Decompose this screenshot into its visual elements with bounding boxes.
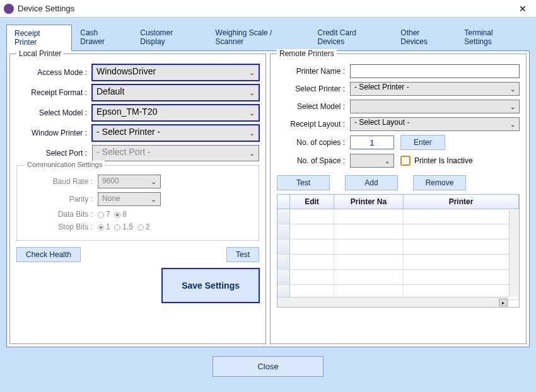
parity-label: Parity : xyxy=(22,195,98,204)
remote-select-printer-label: Select Printer : xyxy=(277,84,350,93)
tab-credit-card-devices[interactable]: Credit Card Devices xyxy=(310,24,393,50)
remote-select-printer-value: - Select Printer - xyxy=(354,83,409,91)
remove-button[interactable]: Remove xyxy=(413,175,466,190)
receipt-layout-label: Receipt Layout : xyxy=(277,120,350,129)
local-printer-legend: Local Printer xyxy=(16,49,64,58)
tab-receipt-printer[interactable]: Receipt Printer xyxy=(6,25,72,51)
check-health-button[interactable]: Check Health xyxy=(16,247,81,262)
data-bits-option-7[interactable]: 7 xyxy=(98,210,110,219)
baud-rate-label: Baud Rate : xyxy=(22,177,98,186)
window-printer-label: Window Printer : xyxy=(16,129,92,137)
tab-terminal-settings[interactable]: Terminal Settings xyxy=(456,24,530,50)
tab-weighing-scale[interactable]: Weighing Scale / Scanner xyxy=(207,24,310,50)
title-bar: Device Settings ✕ xyxy=(0,0,536,18)
select-port-label: Select Port : xyxy=(16,149,92,158)
receipt-format-label: Receipt Format : xyxy=(16,88,92,97)
tab-other-devices[interactable]: Other Devices xyxy=(392,24,456,50)
receipt-format-select[interactable]: Default ⌄ xyxy=(92,84,259,101)
remote-select-printer-select[interactable]: - Select Printer - ⌄ xyxy=(350,82,520,96)
window-printer-select[interactable]: - Select Printer - ⌄ xyxy=(92,125,259,141)
space-label: No. of Space : xyxy=(277,156,350,165)
chevron-down-icon: ⌄ xyxy=(510,121,515,128)
comm-legend: Communication Settings xyxy=(25,161,105,168)
select-port-value: - Select Port - xyxy=(96,147,151,157)
enter-button[interactable]: Enter xyxy=(400,135,445,150)
chevron-down-icon: ⌄ xyxy=(249,109,255,117)
chevron-down-icon: ⌄ xyxy=(249,69,255,77)
remote-select-model-select[interactable]: ⌄ xyxy=(350,100,520,113)
copies-label: No. of copies : xyxy=(277,138,350,147)
add-button[interactable]: Add xyxy=(345,175,398,190)
tab-cash-drawer[interactable]: Cash Drawer xyxy=(72,24,132,50)
grid-vertical-scrollbar[interactable] xyxy=(509,210,519,297)
parity-value: None xyxy=(102,194,120,203)
printer-name-label: Printer Name : xyxy=(277,67,350,76)
parity-select[interactable]: None ⌄ xyxy=(98,192,161,206)
chevron-down-icon: ⌄ xyxy=(510,86,515,93)
grid-header-printer-name[interactable]: Printer Na xyxy=(334,195,404,209)
select-model-label: Select Model : xyxy=(16,108,92,117)
select-port-select[interactable]: - Select Port - ⌄ xyxy=(92,145,259,161)
receipt-layout-select[interactable]: - Select Layout - ⌄ xyxy=(350,117,520,131)
stop-bits-label: Stop Bits : xyxy=(22,222,98,231)
printer-name-input[interactable] xyxy=(350,64,520,78)
save-settings-button[interactable]: Save Settings xyxy=(162,268,259,303)
local-printer-group: Local Printer Access Mode : WindowsDrive… xyxy=(9,54,266,344)
baud-rate-select[interactable]: 9600 ⌄ xyxy=(98,175,161,188)
copies-input[interactable] xyxy=(350,135,394,149)
window-close-button[interactable]: ✕ xyxy=(513,4,532,14)
remote-select-model-label: Select Model : xyxy=(277,102,350,111)
receipt-format-value: Default xyxy=(96,86,124,96)
grid-horizontal-scrollbar[interactable]: ▸ xyxy=(277,297,509,307)
chevron-down-icon: ⌄ xyxy=(249,129,255,137)
chevron-down-icon: ⌄ xyxy=(249,149,255,158)
window-title: Device Settings xyxy=(18,4,513,13)
chevron-down-icon: ⌄ xyxy=(510,103,515,110)
chevron-down-icon: ⌄ xyxy=(249,89,255,97)
access-mode-label: Access Mode : xyxy=(16,68,92,77)
access-mode-select[interactable]: WindowsDriver ⌄ xyxy=(92,64,259,81)
select-model-value: Epson_TM-T20 xyxy=(96,107,157,117)
access-mode-value: WindowsDriver xyxy=(96,66,156,76)
tab-customer-display[interactable]: Customer Display xyxy=(132,24,207,50)
tab-bar: Receipt Printer Cash Drawer Customer Dis… xyxy=(0,18,536,50)
grid-header-edit[interactable]: Edit xyxy=(290,195,334,209)
grid-row-header-col xyxy=(277,195,290,209)
space-select[interactable]: ⌄ xyxy=(350,154,394,168)
grid-body[interactable] xyxy=(277,209,519,304)
grid-header-printer[interactable]: Printer xyxy=(404,195,519,209)
communication-settings-group: Communication Settings Baud Rate : 9600 … xyxy=(16,165,259,241)
printer-inactive-label: Printer Is Inactive xyxy=(414,156,473,165)
select-model-select[interactable]: Epson_TM-T20 ⌄ xyxy=(92,105,259,121)
data-bits-label: Data Bits : xyxy=(22,210,98,219)
stop-bits-option-1-5[interactable]: 1.5 xyxy=(114,222,133,231)
app-icon xyxy=(4,4,14,14)
printers-grid: Edit Printer Na Printer ▸ xyxy=(277,194,520,308)
chevron-down-icon: ⌄ xyxy=(151,178,156,186)
stop-bits-option-2[interactable]: 2 xyxy=(137,222,150,231)
remote-printers-group: Remote Printers Printer Name : Select Pr… xyxy=(270,54,527,344)
receipt-layout-value: - Select Layout - xyxy=(354,118,409,127)
stop-bits-option-1[interactable]: 1 xyxy=(98,222,110,231)
data-bits-option-8[interactable]: 8 xyxy=(114,210,127,219)
printer-inactive-checkbox[interactable] xyxy=(400,156,411,166)
chevron-down-icon: ⌄ xyxy=(385,158,390,164)
close-button[interactable]: Close xyxy=(213,356,323,377)
window-printer-value: - Select Printer - xyxy=(96,127,160,137)
baud-rate-value: 9600 xyxy=(102,176,119,185)
remote-printers-legend: Remote Printers xyxy=(277,49,337,58)
remote-test-button[interactable]: Test xyxy=(277,175,330,190)
chevron-down-icon: ⌄ xyxy=(151,195,156,204)
local-test-button[interactable]: Test xyxy=(226,247,259,262)
